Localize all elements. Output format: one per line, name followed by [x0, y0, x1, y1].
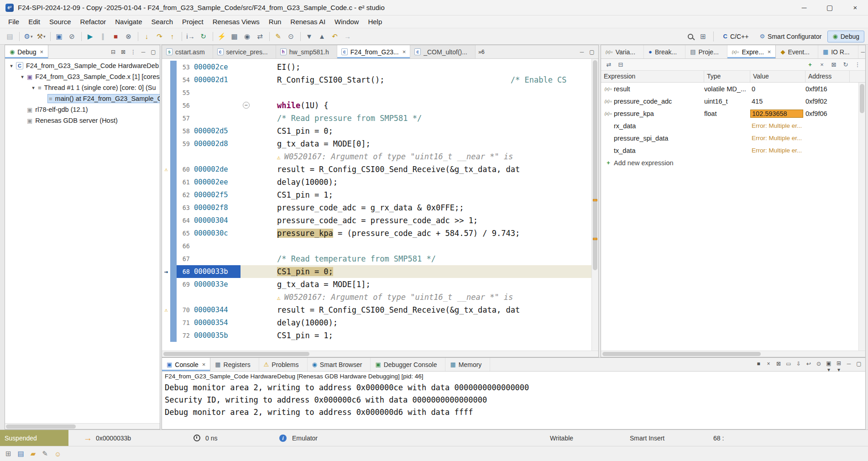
minimize-view-icon[interactable]: ─	[858, 47, 868, 57]
menu-item[interactable]: Renesas AI	[286, 16, 330, 27]
trace-icon[interactable]: ◉	[241, 31, 253, 42]
code-line[interactable]: ⚠W0520167: Argument of type "uint16_t __…	[162, 150, 591, 163]
step-over-icon[interactable]: ↷	[154, 31, 166, 42]
open-perspective-icon[interactable]: ⊞	[697, 31, 709, 42]
debug-tree-gdb-server[interactable]: ▣ Renesas GDB server (Host)	[5, 115, 160, 126]
value-cell[interactable]: Error: Multiple er...	[750, 122, 805, 129]
remove-launch-icon[interactable]: ×	[764, 360, 773, 369]
menu-item[interactable]: Project	[178, 16, 208, 27]
editor-tab-com-ultof[interactable]: c_COM_ultof()...	[410, 45, 476, 58]
column-header[interactable]: Value	[750, 71, 805, 82]
next-annotation-icon[interactable]: ▼	[303, 31, 315, 42]
instruction-stepping-icon[interactable]: i→	[185, 31, 197, 42]
restart-icon[interactable]: ↻	[198, 31, 209, 42]
fast-view-icon[interactable]: ⊞	[5, 450, 11, 458]
scrollbar-thumb[interactable]	[860, 84, 864, 113]
code-line[interactable]: → 68 0000033b CS1_pin = 0;	[162, 265, 591, 278]
debug-horizontal-scrollbar[interactable]	[5, 423, 160, 429]
close-tab-icon[interactable]: ×	[768, 48, 771, 55]
remove-all-launches-icon[interactable]: ⊠	[774, 360, 783, 369]
help-book-icon[interactable]: ▤	[18, 450, 24, 458]
clear-console-icon[interactable]: ▭	[784, 360, 793, 369]
expression-row-tx-data[interactable]: tx_data Error: Multiple er...	[601, 144, 865, 157]
tab-expressions[interactable]: (x)=Expre...×	[727, 45, 776, 58]
resume-icon[interactable]: ▶	[84, 31, 96, 42]
console-output[interactable]: F24_from_G23_Sample_Code HardwareDebug […	[162, 372, 865, 429]
compare-icon[interactable]: ⇄	[254, 31, 266, 42]
code-line[interactable]: 64 00000304 pressure_code_adc = pressure…	[162, 214, 591, 227]
debug-tree-launch-config[interactable]: ▾ C F24_from_G23_Sample_Code HardwareDeb	[5, 60, 160, 71]
editor-tab-service-pres[interactable]: cservice_pres...	[213, 45, 276, 58]
close-tab-icon[interactable]: ×	[40, 48, 44, 55]
maximize-view-icon[interactable]: ▢	[149, 47, 158, 57]
terminate-console-icon[interactable]: ■	[754, 360, 763, 369]
column-header[interactable]: Address	[805, 71, 850, 82]
menu-item[interactable]: File	[4, 16, 24, 27]
remove-expression-icon[interactable]: ×	[817, 60, 827, 70]
menu-item[interactable]: Window	[330, 16, 363, 27]
suspend-icon[interactable]: ∥	[97, 31, 109, 42]
cpp-perspective-button[interactable]: CC/C++	[718, 31, 754, 42]
remove-all-expressions-icon[interactable]: ⊠	[829, 60, 839, 70]
pin-editor-icon[interactable]: ⊙	[285, 31, 297, 42]
debug-tree-program[interactable]: ▾ ▣ F24_from_G23_Sample_Code.x [1] [core…	[5, 71, 160, 82]
step-return-icon[interactable]: ↑	[167, 31, 178, 42]
skip-all-breakpoints-icon[interactable]: ⊘	[66, 31, 78, 42]
tab-memory[interactable]: ▦Memory	[445, 358, 490, 371]
code-line[interactable]: 57 /* Read pressure from SMP581 */	[162, 112, 591, 125]
maximize-view-icon[interactable]: ▢	[587, 47, 596, 57]
code-line[interactable]: ⚠ 70 00000344 result = R_Config_CSI00_Se…	[162, 304, 591, 316]
expressions-horizontal-scrollbar[interactable]	[601, 351, 865, 357]
code-line[interactable]: 72 0000035b CS1_pin = 1;	[162, 329, 591, 342]
tab-problems[interactable]: ⚠Problems	[259, 358, 308, 371]
annotation-icon[interactable]: ✎	[272, 31, 284, 42]
warning-overview-marker[interactable]	[593, 199, 597, 201]
previous-annotation-icon[interactable]: ▲	[316, 31, 328, 42]
show-type-names-icon[interactable]: ⇄	[604, 60, 614, 70]
tab-event-points[interactable]: ◆Event...	[776, 45, 818, 58]
remove-all-terminated-icon[interactable]: ⊠	[119, 47, 128, 57]
menu-item[interactable]: Run	[264, 16, 286, 27]
view-menu-icon[interactable]: ⋮	[129, 47, 138, 57]
launch-configurations-icon[interactable]: ⚙▾	[22, 31, 34, 42]
collapse-all-icon[interactable]: ⊟	[109, 47, 118, 57]
tab-registers[interactable]: ▦Registers	[210, 358, 259, 371]
tree-expander-icon[interactable]: ▾	[19, 74, 26, 80]
value-cell[interactable]: Error: Multiple er...	[750, 135, 805, 141]
code-line[interactable]: 71 00000354 delay(10000);	[162, 316, 591, 329]
warning-overview-marker[interactable]	[593, 238, 597, 240]
word-wrap-icon[interactable]: ↩	[804, 360, 813, 369]
memory-monitor-icon[interactable]: ▦	[229, 31, 241, 42]
refresh-values-icon[interactable]: ↻	[841, 60, 851, 70]
add-new-expression-row[interactable]: + Add new expression	[601, 157, 865, 169]
hidden-editors-chevron[interactable]: »6	[478, 49, 485, 55]
fold-marker-icon[interactable]: −	[243, 102, 250, 109]
value-cell[interactable]: 415	[750, 98, 805, 105]
debug-tree-gdb-process[interactable]: ▣ rl78-elf-gdb (12.1)	[5, 104, 160, 115]
value-cell[interactable]: 102.593658	[750, 110, 805, 118]
last-edit-location-icon[interactable]: ↶	[329, 31, 341, 42]
tab-project-explorer[interactable]: ▤Proje...	[685, 45, 727, 58]
menu-item[interactable]: Navigate	[110, 16, 146, 27]
debug-perspective-button[interactable]: ◉Debug	[827, 31, 864, 42]
restore-button[interactable]: ▢	[817, 0, 842, 15]
code-line[interactable]: 54 000002d1 R_Config_CSI00_Start(); /* E…	[162, 73, 591, 86]
menu-item[interactable]: Renesas Views	[208, 16, 264, 27]
code-line[interactable]: 58 000002d5 CS1_pin = 0;	[162, 125, 591, 137]
code-line[interactable]: 63 000002f8 pressure_code_adc = g_rx_dat…	[162, 201, 591, 214]
menu-item[interactable]: Help	[363, 16, 387, 27]
tab-smart-browser[interactable]: ◉Smart Browser	[308, 358, 371, 371]
minimize-view-icon[interactable]: ─	[139, 47, 148, 57]
forward-history-icon[interactable]: →	[342, 31, 354, 42]
code-line[interactable]: 65 0000030c pressure_kpa = (pressure_cod…	[162, 227, 591, 240]
tab-variables[interactable]: (x)=Varia...	[601, 45, 644, 58]
expression-row-pressure-kpa[interactable]: (x)= pressure_kpa float 102.593658 0xf9f…	[601, 107, 865, 120]
view-menu-icon[interactable]: ⋮	[852, 60, 863, 70]
code-line[interactable]: 56 − while(1U) {	[162, 99, 591, 112]
value-cell[interactable]: 0	[750, 85, 805, 93]
editor-tab-f24-from-g23[interactable]: cF24_from_G23...×	[337, 45, 410, 58]
code-line[interactable]: 59 000002d8 g_tx_data = MODE[0];	[162, 137, 591, 150]
open-console-icon[interactable]: ⊞▾	[834, 360, 843, 369]
minimize-view-icon[interactable]: ─	[844, 360, 853, 369]
code-line[interactable]: 53 000002ce EI();	[162, 61, 591, 73]
